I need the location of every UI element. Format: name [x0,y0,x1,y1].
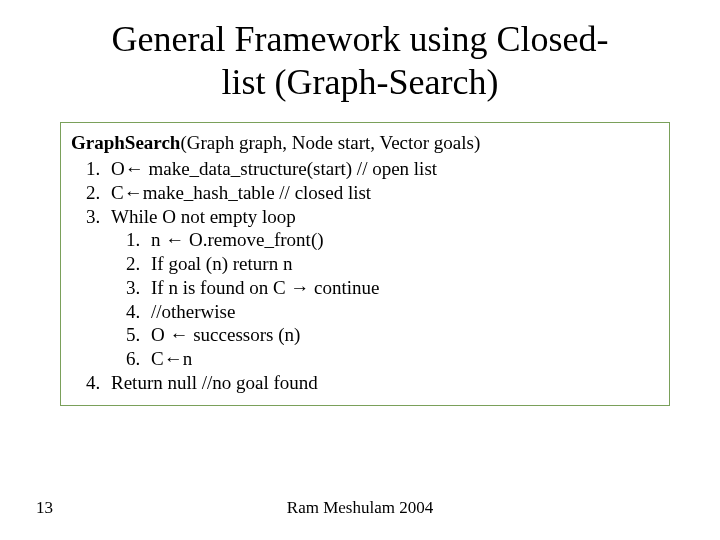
function-signature: GraphSearch(Graph graph, Node start, Vec… [71,131,659,155]
title-line-1: General Framework using Closed- [112,19,609,59]
step-3-6: C←n [145,347,659,371]
step-3-text: While O not empty loop [111,206,296,227]
step-3-2: If goal (n) return n [145,252,659,276]
slide: General Framework using Closed- list (Gr… [0,0,720,540]
step-3-1: n ← O.remove_front() [145,228,659,252]
step-1: O← make_data_structure(start) // open li… [105,157,659,181]
inner-steps: n ← O.remove_front() If goal (n) return … [111,228,659,371]
step-3-3: If n is found on C → continue [145,276,659,300]
slide-title: General Framework using Closed- list (Gr… [0,0,720,104]
step-3-5: O ← successors (n) [145,323,659,347]
step-3: While O not empty loop n ← O.remove_fron… [105,205,659,371]
algorithm-steps: O← make_data_structure(start) // open li… [71,157,659,395]
author-footer: Ram Meshulam 2004 [0,498,720,518]
step-3-4: //otherwise [145,300,659,324]
title-line-2: list (Graph-Search) [222,62,499,102]
function-params: (Graph graph, Node start, Vector goals) [180,132,480,153]
step-4: Return null //no goal found [105,371,659,395]
algorithm-box: GraphSearch(Graph graph, Node start, Vec… [60,122,670,405]
function-name: GraphSearch [71,132,180,153]
step-2: C←make_hash_table // closed list [105,181,659,205]
